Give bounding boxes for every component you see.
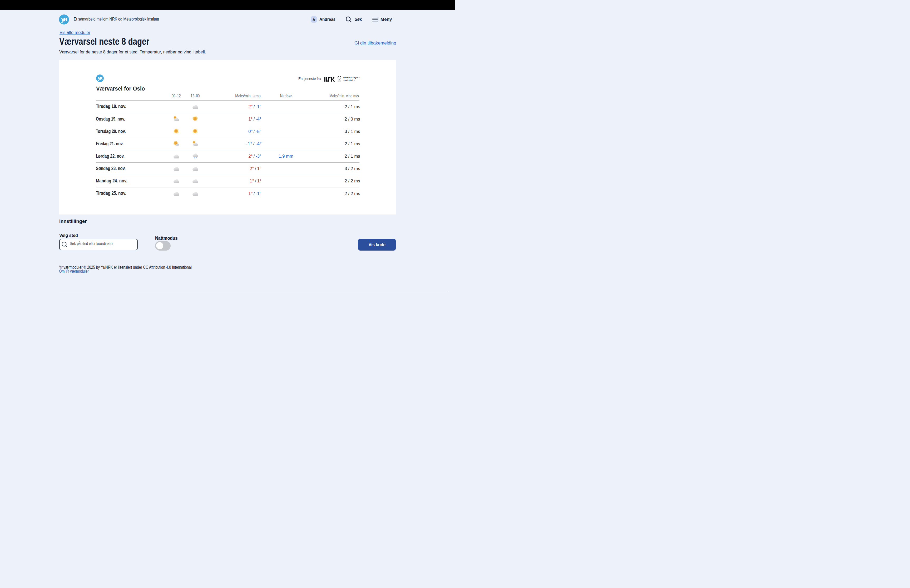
svg-text:R: R: [100, 76, 102, 81]
svg-text:R: R: [64, 17, 68, 23]
